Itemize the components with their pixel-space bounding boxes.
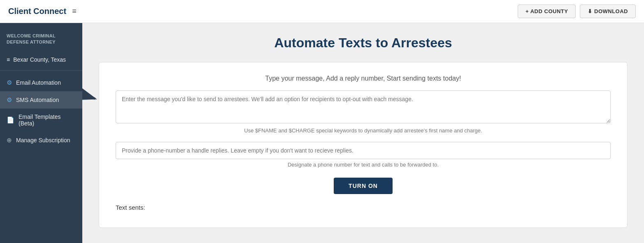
- sidebar-item-label: SMS Automation: [16, 97, 59, 103]
- doc-icon: 📄: [7, 116, 14, 124]
- sidebar-item-email-automation[interactable]: ⚙ Email Automation: [0, 74, 82, 91]
- message-hint: Use $FNAME and $CHARGE special keywords …: [116, 127, 611, 134]
- sidebar-county-item[interactable]: ≡ Bexar County, Texas: [0, 52, 82, 67]
- add-county-button[interactable]: + ADD COUNTY: [518, 5, 576, 18]
- sms-automation-card: Type your message, Add a reply number, S…: [99, 62, 628, 228]
- plus-icon: ⊕: [7, 137, 12, 144]
- phone-number-input[interactable]: [116, 142, 611, 159]
- sidebar-welcome: WELCOME CRIMINAL DEFENSE ATTORNEY: [0, 30, 82, 52]
- download-button[interactable]: ⬇ DOWNLOAD: [580, 5, 636, 18]
- app-brand: Client Connect: [8, 7, 66, 16]
- page-title: Automate Texts to Arrestees: [99, 35, 628, 51]
- sidebar-item-label: Email Templates (Beta): [19, 113, 76, 127]
- county-label: Bexar County, Texas: [13, 56, 66, 63]
- layout: WELCOME CRIMINAL DEFENSE ATTORNEY ≡ Bexa…: [0, 23, 644, 243]
- sidebar-item-label: Email Automation: [16, 79, 61, 86]
- sidebar-item-sms-automation[interactable]: ⚙ SMS Automation: [0, 91, 82, 109]
- navbar-left: Client Connect ≡: [8, 7, 77, 16]
- sidebar-item-manage-subscription[interactable]: ⊕ Manage Subscription: [0, 132, 82, 149]
- sidebar-divider: [0, 70, 82, 71]
- sidebar-item-email-templates[interactable]: 📄 Email Templates (Beta): [0, 109, 82, 132]
- svg-line-1: [82, 75, 95, 99]
- gear-icon: ⚙: [7, 79, 12, 86]
- gear-icon-sms: ⚙: [7, 96, 12, 104]
- text-sents-label: Text sents:: [116, 204, 611, 211]
- arrow-decoration: [82, 71, 101, 108]
- main-content: Automate Texts to Arrestees Type your me…: [82, 23, 644, 243]
- county-list-icon: ≡: [7, 56, 10, 63]
- message-input[interactable]: [116, 90, 611, 123]
- navbar: Client Connect ≡ + ADD COUNTY ⬇ DOWNLOAD: [0, 0, 644, 23]
- phone-hint: Designate a phone number for text and ca…: [116, 162, 611, 168]
- sidebar: WELCOME CRIMINAL DEFENSE ATTORNEY ≡ Bexa…: [0, 23, 82, 243]
- sidebar-item-label: Manage Subscription: [16, 137, 70, 143]
- card-subtitle: Type your message, Add a reply number, S…: [116, 75, 611, 82]
- hamburger-icon[interactable]: ≡: [72, 7, 77, 16]
- navbar-right: + ADD COUNTY ⬇ DOWNLOAD: [518, 5, 636, 18]
- turn-on-button[interactable]: TURN ON: [334, 178, 393, 194]
